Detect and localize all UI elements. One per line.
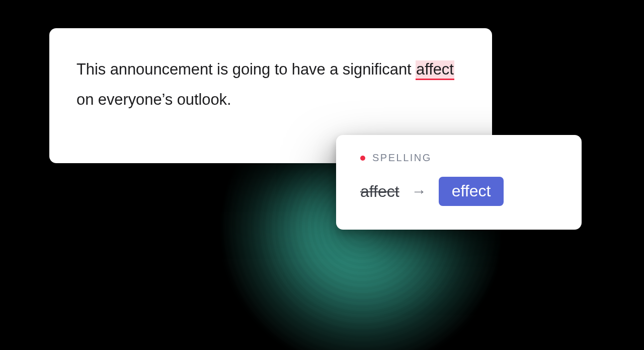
editor-text[interactable]: This announcement is going to have a sig… bbox=[76, 54, 465, 115]
replacement-row: affect → effect bbox=[360, 177, 559, 206]
editor-text-after: on everyone’s outlook. bbox=[76, 91, 231, 108]
category-label: SPELLING bbox=[372, 152, 432, 164]
suggestion-card[interactable]: SPELLING affect → effect bbox=[336, 135, 582, 230]
editor-text-before: This announcement is going to have a sig… bbox=[76, 60, 416, 78]
category-dot-icon bbox=[360, 156, 365, 161]
error-word[interactable]: affect bbox=[416, 60, 454, 80]
apply-suggestion-button[interactable]: effect bbox=[439, 177, 504, 206]
category-row: SPELLING bbox=[360, 152, 559, 164]
original-word-strikethrough: affect bbox=[360, 182, 399, 201]
arrow-right-icon: → bbox=[412, 183, 427, 200]
